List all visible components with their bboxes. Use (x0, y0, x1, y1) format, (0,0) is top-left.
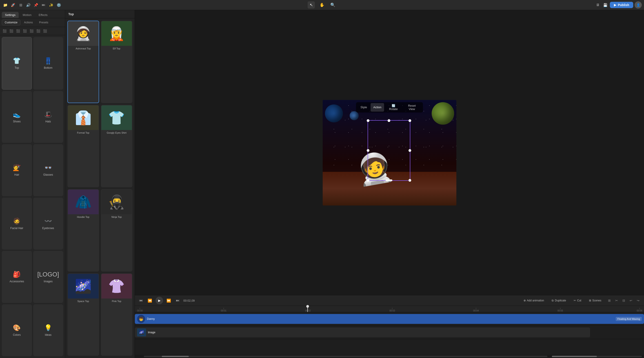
category-item-images[interactable]: [LOGO] Images (33, 251, 63, 303)
scrollbar-thumb[interactable] (162, 356, 189, 357)
category-item-colors[interactable]: 🎨 Colors (2, 304, 32, 357)
publish-label: Publish (618, 3, 629, 7)
category-item-glasses[interactable]: 👓 Glasses (33, 144, 63, 196)
category-item-facial-hair[interactable]: 🧔 Facial Hair (2, 198, 32, 250)
subtab-presets[interactable]: Presets (36, 19, 51, 25)
tab-effects[interactable]: Effects (36, 12, 51, 18)
category-item-hats[interactable]: 🎩 Hats (33, 91, 63, 143)
align-bottom-icon[interactable]: ⬛ (36, 28, 41, 34)
skip-start-btn[interactable]: ⏮ (138, 297, 144, 304)
speaker-icon[interactable]: 🔊 (25, 2, 32, 8)
image-clip[interactable]: 🌌 Image (135, 328, 590, 337)
redo-icon[interactable]: ↪ (635, 297, 641, 304)
glasses-label: Glasses (43, 173, 53, 176)
step-fwd-btn[interactable]: ⏩ (166, 297, 172, 304)
canvas-style-btn[interactable]: Style (358, 103, 370, 112)
timeline-scrollbar (135, 355, 644, 358)
add-animation-btn[interactable]: ⊕ Add animation (521, 298, 547, 303)
cut-btn[interactable]: ✂ Cut (571, 298, 584, 303)
grid-view-icon[interactable]: ⊞ (606, 297, 612, 304)
tab-settings[interactable]: Settings (2, 12, 19, 18)
handle-top-mid[interactable] (388, 119, 390, 122)
align-top-icon[interactable]: ⬛ (22, 28, 28, 34)
category-item-top[interactable]: 👕 Top (2, 37, 32, 90)
item-hoodie[interactable]: 🧥 Hoodie Top (68, 189, 99, 272)
rocket-icon[interactable]: 🚀 (10, 2, 16, 8)
planet-small (350, 111, 359, 120)
item-space-thumb: 🌌 (68, 274, 99, 299)
left-sidebar: Settings Motion Effects Customize Action… (0, 10, 65, 358)
canvas-rotate-btn[interactable]: 🔄 Rotate (385, 103, 402, 112)
hand-tool-icon[interactable]: ✋ (318, 1, 326, 8)
avatar[interactable]: 👤 (634, 1, 642, 8)
scrollbar-track-right[interactable] (552, 356, 642, 357)
add-animation-label: Add animation (527, 299, 544, 302)
pin-icon[interactable]: 📌 (33, 2, 39, 8)
fast-fwd-btn[interactable]: ⏭ (174, 297, 181, 304)
undo-icon[interactable]: ↩ (628, 297, 634, 304)
publish-button[interactable]: ▶ Publish (610, 2, 633, 8)
save-icon[interactable]: 💾 (602, 2, 608, 8)
canvas-toolbar: Style Action 🔄 Rotate Reset View (356, 102, 423, 112)
monitor-icon[interactable]: 🖥 (594, 2, 601, 8)
category-item-eyebrows[interactable]: 〰️ Eyebrows (33, 198, 63, 250)
trim-icon[interactable]: ✂ (614, 297, 620, 304)
subtab-customize[interactable]: Customize (2, 19, 20, 25)
category-item-bottom[interactable]: 👖 Bottom (33, 37, 63, 90)
subtab-actions[interactable]: Actions (21, 19, 36, 25)
caption-icon[interactable]: ⊟ (621, 297, 627, 304)
sidebar-subtabs: Customize Actions Presets (0, 18, 65, 27)
align-middle-icon[interactable]: ⬛ (29, 28, 34, 34)
bottom-label: Bottom (44, 66, 52, 69)
canvas-viewport[interactable]: 🧑‍🚀 Style Action 🔄 Rotate Reset View (135, 10, 644, 295)
hats-label: Hats (46, 120, 51, 123)
item-space[interactable]: 🌌 Space Top (68, 273, 99, 356)
image-thumb: 🌌 (137, 328, 146, 337)
item-googly[interactable]: 👕 Googly Eyes Shirt (101, 105, 132, 187)
gear-icon[interactable]: ⚙️ (56, 2, 62, 8)
step-back-btn[interactable]: ⏪ (146, 297, 153, 304)
publish-icon: ▶ (614, 3, 616, 7)
canvas-reset-btn[interactable]: Reset View (403, 103, 421, 112)
handle-mr[interactable] (408, 149, 411, 152)
character-clip[interactable]: 👦 Danny Floating And Waving (135, 314, 644, 324)
magic-icon[interactable]: ✨ (48, 2, 54, 8)
handle-tl[interactable] (367, 119, 370, 122)
category-item-ideas[interactable]: 💡 Ideas (33, 304, 63, 357)
scenes-btn[interactable]: ⊞ Scenes (586, 298, 604, 303)
search-tool-icon[interactable]: 🔍 (329, 1, 336, 8)
item-astronaut[interactable]: 🧑‍🚀 Astronaut Top (68, 21, 99, 103)
category-item-hair[interactable]: 💇 Hair (2, 144, 32, 196)
timeline-area: ⏮ ⏪ ▶ ⏩ ⏭ 00:02,09 ⊕ Add animation ⧉ Dup… (135, 295, 644, 358)
scrollbar-track[interactable] (144, 356, 548, 357)
ruler-04: 00:04 (473, 308, 479, 312)
category-item-shoes[interactable]: 👟 Shoes (2, 91, 32, 143)
category-item-accessories[interactable]: 🎒 Accessories (2, 251, 32, 303)
tab-motion[interactable]: Motion (20, 12, 34, 18)
item-space-label: Space Top (76, 299, 90, 304)
distribute-h-icon[interactable]: ⬛ (42, 28, 48, 34)
ideas-icon: 💡 (44, 324, 52, 332)
item-ninja[interactable]: 🥷 Ninja Top (101, 189, 132, 272)
play-button[interactable]: ▶ (156, 297, 163, 304)
folder-icon[interactable]: 📁 (2, 2, 8, 8)
handle-tr[interactable] (408, 119, 411, 122)
align-center-h-icon[interactable]: ⬛ (8, 28, 14, 34)
item-elf[interactable]: 🧝 Elf Top (101, 21, 132, 103)
timeline-ruler: 00:00 00:01 00:02 00:03 00:04 00:05 00:0… (135, 306, 644, 312)
canvas-action-btn[interactable]: Action (370, 103, 384, 112)
add-animation-icon: ⊕ (524, 299, 526, 302)
track-character: 👦 Danny Floating And Waving (135, 312, 644, 326)
item-pink[interactable]: 👚 Pink Top (101, 273, 132, 356)
align-left-icon[interactable]: ⬛ (2, 28, 7, 34)
top-icon: 👕 (13, 57, 21, 64)
grid-icon[interactable]: ⊞ (18, 2, 24, 8)
planet-ring (432, 102, 454, 125)
cursor-tool-icon[interactable]: ↖ (308, 1, 315, 8)
duplicate-btn[interactable]: ⧉ Duplicate (549, 298, 569, 303)
item-formal[interactable]: 👔 Formal Top (68, 105, 99, 187)
align-right-icon[interactable]: ⬛ (15, 28, 21, 34)
scrollbar-thumb-right[interactable] (552, 356, 597, 357)
skip-icon[interactable]: ⏭ (40, 2, 47, 8)
handle-ml[interactable] (367, 149, 370, 152)
